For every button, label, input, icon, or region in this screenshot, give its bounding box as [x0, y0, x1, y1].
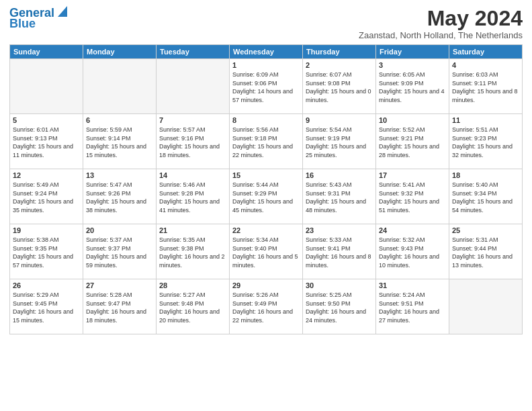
day-number: 5 — [13, 116, 80, 124]
day-number: 28 — [159, 281, 226, 289]
day-info: Sunrise: 5:28 AMSunset: 9:47 PMDaylight:… — [86, 291, 153, 324]
day-number: 1 — [232, 61, 300, 69]
col-saturday: Saturday — [449, 45, 523, 59]
table-row: 11Sunrise: 5:51 AMSunset: 9:23 PMDayligh… — [449, 114, 523, 169]
table-row: 23Sunrise: 5:33 AMSunset: 9:41 PMDayligh… — [303, 224, 376, 279]
logo-blue-text: Blue — [9, 17, 36, 31]
calendar-week-row: 1Sunrise: 6:09 AMSunset: 9:06 PMDaylight… — [10, 59, 523, 114]
day-number: 17 — [379, 171, 446, 179]
logo: General Blue — [9, 7, 67, 31]
day-info: Sunrise: 5:37 AMSunset: 9:37 PMDaylight:… — [86, 236, 153, 269]
day-info: Sunrise: 6:01 AMSunset: 9:13 PMDaylight:… — [13, 126, 80, 159]
day-number: 10 — [379, 116, 446, 124]
day-number: 25 — [452, 226, 519, 234]
day-info: Sunrise: 6:09 AMSunset: 9:06 PMDaylight:… — [232, 71, 300, 104]
table-row: 20Sunrise: 5:37 AMSunset: 9:37 PMDayligh… — [83, 224, 157, 279]
day-info: Sunrise: 5:38 AMSunset: 9:35 PMDaylight:… — [13, 236, 80, 269]
day-info: Sunrise: 5:33 AMSunset: 9:41 PMDaylight:… — [306, 236, 373, 269]
day-info: Sunrise: 5:54 AMSunset: 9:19 PMDaylight:… — [306, 126, 373, 159]
table-row: 30Sunrise: 5:25 AMSunset: 9:50 PMDayligh… — [303, 279, 376, 334]
table-row: 3Sunrise: 6:05 AMSunset: 9:09 PMDaylight… — [376, 59, 449, 114]
title-section: May 2024 Zaanstad, North Holland, The Ne… — [359, 7, 523, 40]
day-number: 13 — [86, 171, 153, 179]
day-info: Sunrise: 5:46 AMSunset: 9:28 PMDaylight:… — [159, 181, 226, 214]
logo-triangle-icon — [55, 6, 67, 18]
day-number: 8 — [232, 116, 300, 124]
calendar-header-row: Sunday Monday Tuesday Wednesday Thursday… — [10, 45, 523, 59]
table-row: 25Sunrise: 5:31 AMSunset: 9:44 PMDayligh… — [449, 224, 523, 279]
table-row: 14Sunrise: 5:46 AMSunset: 9:28 PMDayligh… — [157, 169, 230, 224]
table-row — [157, 59, 230, 114]
day-info: Sunrise: 5:34 AMSunset: 9:40 PMDaylight:… — [232, 236, 300, 269]
day-info: Sunrise: 5:59 AMSunset: 9:14 PMDaylight:… — [86, 126, 153, 159]
day-info: Sunrise: 5:41 AMSunset: 9:32 PMDaylight:… — [379, 181, 446, 214]
calendar-table: Sunday Monday Tuesday Wednesday Thursday… — [9, 44, 523, 334]
table-row: 22Sunrise: 5:34 AMSunset: 9:40 PMDayligh… — [230, 224, 303, 279]
table-row: 27Sunrise: 5:28 AMSunset: 9:47 PMDayligh… — [83, 279, 157, 334]
day-info: Sunrise: 5:40 AMSunset: 9:34 PMDaylight:… — [452, 181, 519, 214]
table-row — [83, 59, 157, 114]
col-sunday: Sunday — [10, 45, 83, 59]
day-number: 30 — [306, 281, 373, 289]
day-info: Sunrise: 6:05 AMSunset: 9:09 PMDaylight:… — [379, 71, 446, 104]
table-row: 19Sunrise: 5:38 AMSunset: 9:35 PMDayligh… — [10, 224, 83, 279]
day-info: Sunrise: 5:25 AMSunset: 9:50 PMDaylight:… — [306, 291, 373, 324]
col-friday: Friday — [376, 45, 449, 59]
day-info: Sunrise: 5:29 AMSunset: 9:45 PMDaylight:… — [13, 291, 80, 324]
table-row: 21Sunrise: 5:35 AMSunset: 9:38 PMDayligh… — [157, 224, 230, 279]
day-info: Sunrise: 6:03 AMSunset: 9:11 PMDaylight:… — [452, 71, 519, 104]
day-number: 3 — [379, 61, 446, 69]
table-row — [449, 279, 523, 334]
day-number: 21 — [159, 226, 226, 234]
day-number: 31 — [379, 281, 446, 289]
day-number: 4 — [452, 61, 519, 69]
day-info: Sunrise: 6:07 AMSunset: 9:08 PMDaylight:… — [306, 71, 373, 104]
day-info: Sunrise: 5:51 AMSunset: 9:23 PMDaylight:… — [452, 126, 519, 159]
header: General Blue May 2024 Zaanstad, North Ho… — [9, 7, 523, 40]
table-row: 17Sunrise: 5:41 AMSunset: 9:32 PMDayligh… — [376, 169, 449, 224]
day-info: Sunrise: 5:43 AMSunset: 9:31 PMDaylight:… — [306, 181, 373, 214]
table-row: 10Sunrise: 5:52 AMSunset: 9:21 PMDayligh… — [376, 114, 449, 169]
day-number: 14 — [159, 171, 226, 179]
table-row: 5Sunrise: 6:01 AMSunset: 9:13 PMDaylight… — [10, 114, 83, 169]
table-row: 15Sunrise: 5:44 AMSunset: 9:29 PMDayligh… — [230, 169, 303, 224]
day-number: 24 — [379, 226, 446, 234]
month-title: May 2024 — [359, 7, 523, 30]
table-row: 6Sunrise: 5:59 AMSunset: 9:14 PMDaylight… — [83, 114, 157, 169]
table-row — [10, 59, 83, 114]
table-row: 24Sunrise: 5:32 AMSunset: 9:43 PMDayligh… — [376, 224, 449, 279]
table-row: 4Sunrise: 6:03 AMSunset: 9:11 PMDaylight… — [449, 59, 523, 114]
day-number: 11 — [452, 116, 519, 124]
day-number: 23 — [306, 226, 373, 234]
day-info: Sunrise: 5:24 AMSunset: 9:51 PMDaylight:… — [379, 291, 446, 324]
table-row: 12Sunrise: 5:49 AMSunset: 9:24 PMDayligh… — [10, 169, 83, 224]
day-info: Sunrise: 5:47 AMSunset: 9:26 PMDaylight:… — [86, 181, 153, 214]
calendar-week-row: 19Sunrise: 5:38 AMSunset: 9:35 PMDayligh… — [10, 224, 523, 279]
svg-marker-0 — [58, 6, 67, 17]
day-number: 15 — [232, 171, 300, 179]
day-number: 20 — [86, 226, 153, 234]
day-number: 9 — [306, 116, 373, 124]
day-number: 18 — [452, 171, 519, 179]
table-row: 2Sunrise: 6:07 AMSunset: 9:08 PMDaylight… — [303, 59, 376, 114]
col-monday: Monday — [83, 45, 157, 59]
table-row: 31Sunrise: 5:24 AMSunset: 9:51 PMDayligh… — [376, 279, 449, 334]
day-number: 2 — [306, 61, 373, 69]
day-info: Sunrise: 5:44 AMSunset: 9:29 PMDaylight:… — [232, 181, 300, 214]
table-row: 7Sunrise: 5:57 AMSunset: 9:16 PMDaylight… — [157, 114, 230, 169]
day-info: Sunrise: 5:52 AMSunset: 9:21 PMDaylight:… — [379, 126, 446, 159]
day-info: Sunrise: 5:31 AMSunset: 9:44 PMDaylight:… — [452, 236, 519, 269]
col-tuesday: Tuesday — [157, 45, 230, 59]
location: Zaanstad, North Holland, The Netherlands — [359, 30, 523, 40]
day-number: 19 — [13, 226, 80, 234]
col-wednesday: Wednesday — [230, 45, 303, 59]
table-row: 26Sunrise: 5:29 AMSunset: 9:45 PMDayligh… — [10, 279, 83, 334]
day-info: Sunrise: 5:35 AMSunset: 9:38 PMDaylight:… — [159, 236, 226, 269]
day-number: 12 — [13, 171, 80, 179]
day-number: 6 — [86, 116, 153, 124]
table-row: 13Sunrise: 5:47 AMSunset: 9:26 PMDayligh… — [83, 169, 157, 224]
day-number: 7 — [159, 116, 226, 124]
col-thursday: Thursday — [303, 45, 376, 59]
day-number: 29 — [232, 281, 300, 289]
page: General Blue May 2024 Zaanstad, North Ho… — [0, 0, 532, 411]
